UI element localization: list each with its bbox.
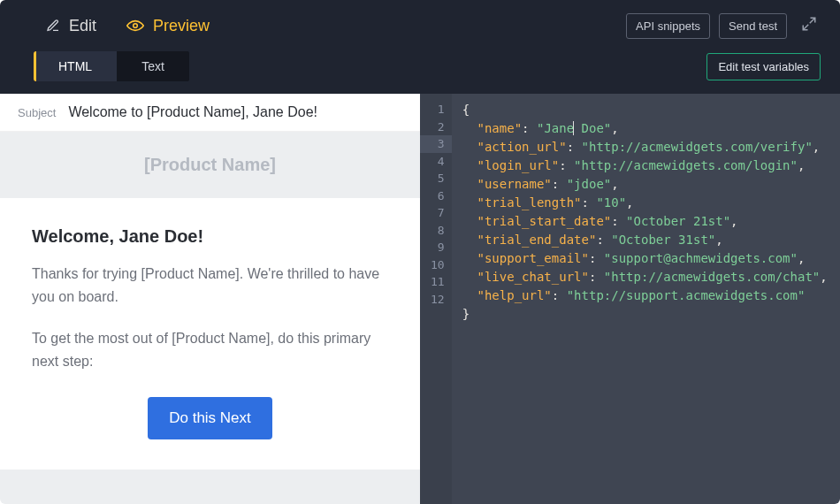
expand-icon[interactable] (796, 12, 817, 39)
tab-preview[interactable]: Preview (126, 17, 210, 35)
app-root: Edit Preview API snippets Send test HTML… (0, 0, 840, 504)
email-heading: Welcome, Jane Doe! (32, 226, 388, 247)
view-tabs: Edit Preview (46, 17, 210, 35)
subject-value: Welcome to [Product Name], Jane Doe! (68, 104, 317, 120)
top-right-buttons: API snippets Send test (626, 12, 817, 39)
split-pane: Subject Welcome to [Product Name], Jane … (0, 94, 840, 504)
subject-row: Subject Welcome to [Product Name], Jane … (0, 94, 420, 132)
email-preview: [Product Name] Welcome, Jane Doe! Thanks… (0, 132, 420, 504)
cta-wrap: Do this Next (32, 392, 388, 439)
code-editor[interactable]: 123456789101112 { "name": "Jane Doe", "a… (420, 94, 840, 504)
subject-label: Subject (18, 106, 56, 119)
preview-pane: Subject Welcome to [Product Name], Jane … (0, 94, 420, 504)
email-body: Welcome, Jane Doe! Thanks for trying [Pr… (0, 198, 420, 470)
eye-icon (126, 19, 144, 32)
mode-segment: HTML Text (34, 51, 189, 81)
tab-preview-label: Preview (153, 17, 210, 35)
edit-test-variables-button[interactable]: Edit test variables (706, 53, 821, 80)
mode-text[interactable]: Text (117, 51, 189, 81)
email-paragraph-2: To get the most out of [Product Name], d… (32, 327, 388, 372)
send-test-button[interactable]: Send test (719, 13, 787, 39)
line-gutter: 123456789101112 (420, 94, 452, 504)
mode-html[interactable]: HTML (34, 51, 117, 81)
code-content[interactable]: { "name": "Jane Doe", "action_url": "htt… (452, 94, 840, 504)
email-paragraph-1: Thanks for trying [Product Name]. We're … (32, 263, 388, 308)
cta-button[interactable]: Do this Next (148, 397, 272, 439)
email-brand-header: [Product Name] (0, 132, 420, 198)
svg-point-0 (134, 24, 138, 28)
pencil-icon (46, 19, 60, 33)
sub-bar: HTML Text Edit test variables (0, 39, 840, 94)
tab-edit-label: Edit (69, 17, 96, 35)
api-snippets-button[interactable]: API snippets (626, 13, 710, 39)
top-bar: Edit Preview API snippets Send test (0, 0, 840, 39)
tab-edit[interactable]: Edit (46, 17, 96, 35)
